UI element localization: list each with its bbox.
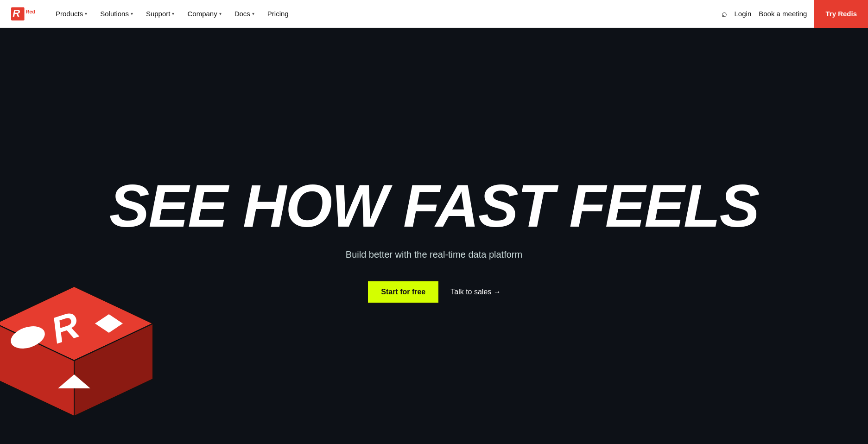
- hero-cta: Start for free Talk to sales →: [109, 280, 759, 304]
- start-for-free-button[interactable]: Start for free: [367, 280, 439, 304]
- search-icon[interactable]: ⌕: [722, 8, 727, 19]
- nav-item-company[interactable]: Company ▾: [182, 6, 227, 21]
- hero-section: R SEE HOW FAST FEELS Build better with t…: [0, 0, 868, 444]
- talk-to-sales-button[interactable]: Talk to sales →: [450, 288, 501, 296]
- navbar: R Redis Products ▾ Solutions ▾ Support ▾…: [0, 0, 868, 28]
- book-meeting-link[interactable]: Book a meeting: [759, 10, 807, 18]
- nav-links: Products ▾ Solutions ▾ Support ▾ Company…: [50, 6, 722, 21]
- nav-right: ⌕ Login Book a meeting Try Redis: [722, 0, 857, 28]
- svg-text:R: R: [13, 7, 20, 19]
- nav-item-docs[interactable]: Docs ▾: [229, 6, 260, 21]
- docs-chevron-icon: ▾: [252, 11, 254, 16]
- solutions-chevron-icon: ▾: [131, 11, 133, 16]
- try-redis-button[interactable]: Try Redis: [814, 0, 868, 28]
- login-link[interactable]: Login: [735, 10, 752, 18]
- redis-logo-svg: R Redis: [11, 6, 35, 22]
- company-chevron-icon: ▾: [219, 11, 222, 16]
- hero-subtitle: Build better with the real-time data pla…: [109, 249, 759, 260]
- svg-text:Redis: Redis: [25, 8, 35, 14]
- nav-item-solutions[interactable]: Solutions ▾: [95, 6, 139, 21]
- nav-item-pricing[interactable]: Pricing: [262, 6, 294, 21]
- support-chevron-icon: ▾: [172, 11, 174, 16]
- products-chevron-icon: ▾: [85, 11, 87, 16]
- nav-item-support[interactable]: Support ▾: [140, 6, 180, 21]
- hero-title: SEE HOW FAST FEELS: [109, 178, 759, 235]
- redis-logo[interactable]: R Redis: [11, 6, 35, 22]
- nav-item-products[interactable]: Products ▾: [50, 6, 93, 21]
- hero-content: SEE HOW FAST FEELS Build better with the…: [100, 150, 768, 323]
